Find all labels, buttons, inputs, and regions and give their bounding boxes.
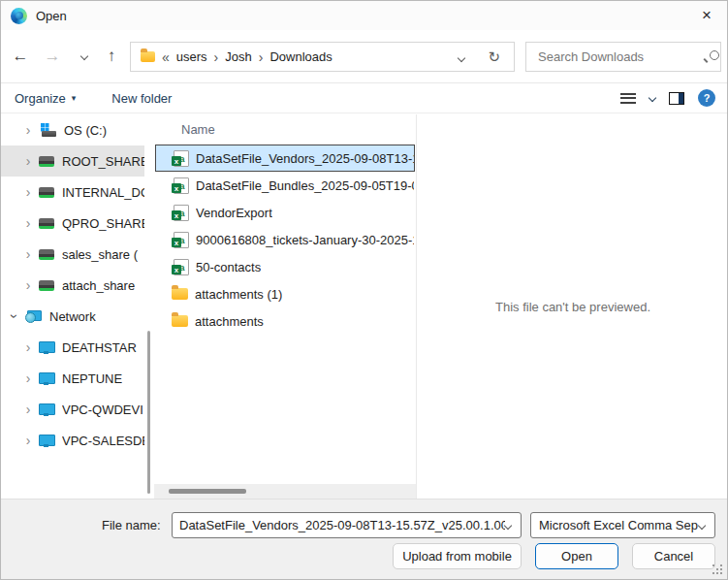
sidebar-item-label: ROOT_SHARE <box>62 154 144 169</box>
sidebar-item-label: QPRO_SHARE <box>62 216 144 231</box>
chevron-down-icon <box>458 54 465 62</box>
file-type-value: Microsoft Excel Comma Sep <box>539 518 699 532</box>
help-button[interactable]: ? <box>698 89 715 107</box>
excel-csv-icon <box>172 259 189 274</box>
network-drive-icon <box>39 218 54 229</box>
back-button[interactable]: ← <box>9 44 32 69</box>
file-row-label: DataSetFile_Bundles_2025-09-05T19-05.5 <box>196 178 414 193</box>
excel-csv-icon <box>172 150 189 166</box>
os-drive-icon <box>39 123 56 137</box>
expander-chevron-icon[interactable]: › <box>20 246 36 262</box>
breadcrumb-separator: › <box>259 49 264 65</box>
excel-csv-icon <box>172 232 189 247</box>
network-drive-icon <box>39 249 54 260</box>
file-row[interactable]: VendorExport <box>155 199 415 226</box>
file-row[interactable]: DataSetFile_Vendors_2025-09-08T13-15. <box>155 145 415 172</box>
resize-grip[interactable] <box>712 564 723 575</box>
computer-icon <box>39 372 54 385</box>
sidebar-item[interactable]: › DEATHSTAR <box>1 332 144 363</box>
recent-locations-button[interactable] <box>73 44 96 69</box>
sidebar-item[interactable]: › INTERNAL_DO <box>1 177 144 208</box>
window-title: Open <box>36 9 67 23</box>
sidebar-item[interactable]: › Network <box>1 301 144 332</box>
sidebar-item[interactable]: › QPRO_SHARE <box>1 208 144 239</box>
view-mode-icon[interactable] <box>620 93 636 104</box>
horizontal-scrollbar-thumb[interactable] <box>169 489 246 494</box>
file-row[interactable]: DataSetFile_Bundles_2025-09-05T19-05.5 <box>155 172 415 199</box>
computer-icon <box>39 403 54 416</box>
expander-chevron-icon[interactable]: › <box>20 277 36 293</box>
edge-logo-icon <box>11 8 27 24</box>
search-input[interactable] <box>538 49 709 64</box>
expander-chevron-icon[interactable]: › <box>20 339 36 355</box>
file-type-combobox[interactable]: Microsoft Excel Comma Sep <box>530 512 715 538</box>
expander-chevron-icon[interactable]: › <box>20 153 36 169</box>
file-name-combobox[interactable] <box>172 512 522 538</box>
network-drive-icon <box>39 280 54 291</box>
file-row[interactable]: attachments <box>155 307 415 335</box>
close-button[interactable]: × <box>686 1 727 30</box>
refresh-button[interactable]: ↻ <box>488 48 500 66</box>
preview-message: This file can't be previewed. <box>495 300 650 314</box>
upload-from-mobile-button[interactable]: Upload from mobile <box>393 543 522 569</box>
file-name-input[interactable] <box>179 518 505 532</box>
cancel-button[interactable]: Cancel <box>632 543 715 569</box>
sidebar-item-label: INTERNAL_DO <box>62 185 144 200</box>
expander-chevron-icon[interactable]: › <box>7 308 22 324</box>
sidebar-item[interactable]: › attach_share <box>1 270 144 301</box>
preview-pane: This file can't be previewed. <box>417 114 728 499</box>
sidebar-item[interactable]: › sales_share ( <box>1 239 144 270</box>
expander-chevron-icon[interactable]: › <box>20 371 36 386</box>
chevron-down-icon[interactable] <box>698 521 706 529</box>
address-dropdown-button[interactable] <box>459 49 464 64</box>
open-button[interactable]: Open <box>535 543 618 569</box>
organize-button[interactable]: Organize ▾ <box>15 91 76 106</box>
expander-chevron-icon[interactable]: › <box>20 215 36 231</box>
open-dialog-window: Open × ← → ↑ « users › Josh › Downloads … <box>0 0 728 580</box>
search-box[interactable] <box>525 42 721 72</box>
sidebar-item-label: DEATHSTAR <box>62 340 137 355</box>
file-row-label: VendorExport <box>196 206 272 220</box>
sidebar-item-label: OS (C:) <box>64 123 107 138</box>
expander-chevron-icon[interactable]: › <box>20 184 36 200</box>
column-header-name[interactable]: Name <box>154 114 416 145</box>
sidebar-item[interactable]: › VPC-SALESDE <box>1 425 144 456</box>
new-folder-button[interactable]: New folder <box>111 91 172 106</box>
expander-chevron-icon[interactable]: › <box>20 402 36 417</box>
breadcrumb-overflow[interactable]: « <box>162 49 170 65</box>
file-row[interactable]: attachments (1) <box>155 280 415 307</box>
folder-icon <box>172 288 188 300</box>
file-row-label: 50-contacts <box>196 260 261 274</box>
file-name-label: File name: <box>102 518 161 532</box>
network-drive-icon <box>39 187 54 198</box>
preview-pane-toggle-icon[interactable] <box>669 92 684 105</box>
breadcrumb[interactable]: « users › Josh › Downloads ↻ <box>130 42 515 72</box>
sidebar-item[interactable]: › OS (C:) <box>1 114 144 145</box>
forward-button[interactable]: → <box>41 44 64 69</box>
excel-csv-icon <box>172 177 189 193</box>
file-row[interactable]: 50-contacts <box>155 253 415 280</box>
caret-down-icon: ▾ <box>72 93 77 103</box>
expander-chevron-icon[interactable]: › <box>20 433 36 448</box>
sidebar-item-label: sales_share ( <box>62 247 138 262</box>
file-list-horizontal-scrollbar[interactable] <box>154 484 416 499</box>
expander-chevron-icon[interactable]: › <box>20 122 36 138</box>
file-rows: DataSetFile_Vendors_2025-09-08T13-15. Da… <box>154 145 416 335</box>
sidebar-item[interactable]: › VPC-QWDEVI <box>1 394 144 425</box>
up-button[interactable]: ↑ <box>100 44 123 69</box>
file-row-label: attachments <box>195 314 264 329</box>
breadcrumb-item-users[interactable]: users <box>176 49 207 64</box>
sidebar-tree: › OS (C:) › ROOT_SHARE › INTERNAL_DO › Q… <box>1 114 153 499</box>
view-mode-dropdown-icon[interactable] <box>649 94 656 102</box>
folder-icon <box>141 51 155 62</box>
chevron-down-icon[interactable] <box>504 521 512 529</box>
network-icon <box>25 310 42 323</box>
sidebar-item[interactable]: › NEPTUNE <box>1 363 144 394</box>
organize-label: Organize <box>15 91 66 106</box>
breadcrumb-item-josh[interactable]: Josh <box>225 49 251 64</box>
breadcrumb-separator: › <box>214 49 219 65</box>
sidebar-item[interactable]: › ROOT_SHARE <box>1 145 144 177</box>
breadcrumb-item-downloads[interactable]: Downloads <box>269 49 332 64</box>
file-row[interactable]: 9000616808_tickets-January-30-2025-19 <box>155 226 415 253</box>
sidebar-scrollbar-thumb[interactable] <box>147 331 150 494</box>
